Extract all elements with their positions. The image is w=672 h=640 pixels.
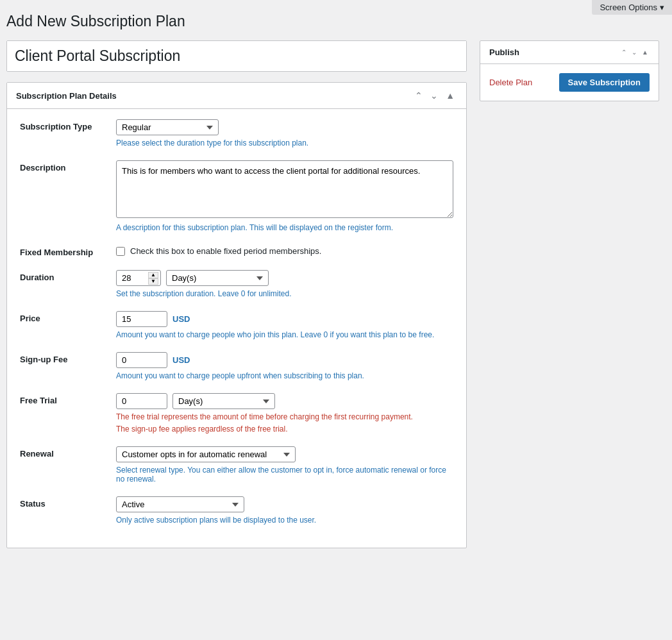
metabox-controls: ⌃ ⌄ ▲: [412, 89, 457, 102]
screen-options-chevron: ▾: [660, 3, 664, 12]
status-select[interactable]: Active Inactive: [116, 496, 244, 512]
free-trial-unit-select[interactable]: Day(s) Week(s) Month(s) Year(s): [172, 393, 275, 409]
publish-body: Delete Plan Save Subscription: [480, 64, 659, 101]
duration-spinner: ▲ ▼: [148, 270, 160, 286]
duration-input-wrap: ▲ ▼: [116, 270, 161, 286]
publish-collapse-up[interactable]: ⌃: [620, 47, 628, 57]
metabox-collapse-down[interactable]: ⌄: [428, 89, 441, 102]
duration-hint: Set the subscription duration. Leave 0 f…: [116, 289, 453, 298]
duration-spinner-up[interactable]: ▲: [148, 272, 158, 278]
free-trial-input[interactable]: [116, 393, 167, 409]
subscription-details-metabox: Subscription Plan Details ⌃ ⌄ ▲ Subscrip…: [6, 82, 467, 548]
sidebar: Publish ⌃ ⌄ ▲ Delete Plan Save Subscript…: [480, 40, 659, 101]
screen-options-button[interactable]: Screen Options ▾: [592, 0, 672, 15]
metabox-toggle[interactable]: ▲: [443, 89, 457, 102]
free-trial-label: Free Trial: [20, 393, 103, 405]
free-trial-wrap: Day(s) Week(s) Month(s) Year(s): [116, 393, 453, 409]
status-field: Active Inactive Only active subscription…: [116, 496, 453, 525]
renewal-field: Customer opts in for automatic renewal F…: [116, 446, 453, 484]
duration-spinner-down[interactable]: ▼: [148, 278, 158, 285]
status-label: Status: [20, 496, 103, 509]
signup-fee-hint: Amount you want to charge people upfront…: [116, 371, 453, 380]
signup-fee-row: Sign-up Fee USD Amount you want to charg…: [20, 352, 453, 380]
price-currency: USD: [172, 314, 190, 324]
metabox-title: Subscription Plan Details: [16, 91, 117, 101]
fixed-membership-field: Check this box to enable fixed period me…: [116, 245, 453, 256]
signup-fee-input[interactable]: [116, 352, 167, 368]
price-wrap: USD: [116, 311, 453, 327]
plan-title-input[interactable]: [7, 41, 466, 71]
price-label: Price: [20, 311, 103, 323]
screen-options-label: Screen Options: [600, 3, 657, 12]
description-label: Description: [20, 160, 103, 173]
metabox-collapse-up[interactable]: ⌃: [412, 89, 425, 102]
subscription-type-field: Regular Unlimited Fixed Please select th…: [116, 119, 453, 147]
description-field: This is for members who want to access t…: [116, 160, 453, 232]
title-field-wrap: [6, 40, 467, 72]
metabox-header: Subscription Plan Details ⌃ ⌄ ▲: [7, 83, 466, 109]
save-subscription-button[interactable]: Save Subscription: [559, 73, 650, 92]
publish-toggle[interactable]: ▲: [641, 47, 650, 57]
signup-fee-label: Sign-up Fee: [20, 352, 103, 364]
delete-plan-link[interactable]: Delete Plan: [489, 78, 532, 87]
free-trial-hint-2: The sign-up fee applies regardless of th…: [116, 425, 453, 434]
duration-wrap: ▲ ▼ Day(s) Week(s) Month(s) Year(s): [116, 270, 453, 286]
renewal-label: Renewal: [20, 446, 103, 459]
description-textarea[interactable]: This is for members who want to access t…: [116, 160, 453, 218]
description-row: Description This is for members who want…: [20, 160, 453, 232]
publish-box: Publish ⌃ ⌄ ▲ Delete Plan Save Subscript…: [480, 40, 659, 101]
fixed-membership-checkbox[interactable]: [116, 247, 125, 256]
renewal-select[interactable]: Customer opts in for automatic renewal F…: [116, 446, 296, 462]
signup-fee-wrap: USD: [116, 352, 453, 368]
price-input[interactable]: [116, 311, 167, 327]
signup-fee-currency: USD: [172, 355, 190, 365]
free-trial-hint-1: The free trial represents the amount of …: [116, 412, 453, 421]
duration-unit-select[interactable]: Day(s) Week(s) Month(s) Year(s): [166, 270, 269, 286]
duration-field: ▲ ▼ Day(s) Week(s) Month(s) Year(s): [116, 270, 453, 298]
duration-row: Duration ▲ ▼: [20, 270, 453, 298]
free-trial-field: Day(s) Week(s) Month(s) Year(s) The free…: [116, 393, 453, 434]
price-field: USD Amount you want to charge people who…: [116, 311, 453, 339]
subscription-type-hint: Please select the duration type for this…: [116, 139, 453, 147]
subscription-type-select[interactable]: Regular Unlimited Fixed: [116, 119, 219, 135]
fixed-membership-checkbox-label: Check this box to enable fixed period me…: [130, 246, 321, 256]
publish-header: Publish ⌃ ⌄ ▲: [480, 41, 659, 64]
subscription-type-row: Subscription Type Regular Unlimited Fixe…: [20, 119, 453, 147]
price-row: Price USD Amount you want to charge peop…: [20, 311, 453, 339]
page-title: Add New Subscription Plan: [6, 13, 659, 30]
publish-title: Publish: [489, 47, 519, 57]
status-row: Status Active Inactive Only active subsc…: [20, 496, 453, 525]
price-hint: Amount you want to charge people who joi…: [116, 330, 453, 339]
renewal-hint: Select renewal type. You can either allo…: [116, 466, 453, 484]
signup-fee-field: USD Amount you want to charge people upf…: [116, 352, 453, 380]
subscription-type-label: Subscription Type: [20, 119, 103, 131]
free-trial-row: Free Trial Day(s) Week(s) Month(s) Year(…: [20, 393, 453, 434]
duration-label: Duration: [20, 270, 103, 282]
fixed-membership-row: Fixed Membership Check this box to enabl…: [20, 245, 453, 257]
status-hint: Only active subscription plans will be d…: [116, 516, 453, 525]
fixed-membership-checkbox-wrap: Check this box to enable fixed period me…: [116, 246, 453, 256]
renewal-row: Renewal Customer opts in for automatic r…: [20, 446, 453, 484]
publish-collapse-down[interactable]: ⌄: [630, 47, 638, 57]
publish-controls: ⌃ ⌄ ▲: [620, 47, 650, 57]
fixed-membership-label: Fixed Membership: [20, 245, 103, 257]
description-hint: A description for this subscription plan…: [116, 223, 453, 232]
metabox-body: Subscription Type Regular Unlimited Fixe…: [7, 109, 466, 548]
